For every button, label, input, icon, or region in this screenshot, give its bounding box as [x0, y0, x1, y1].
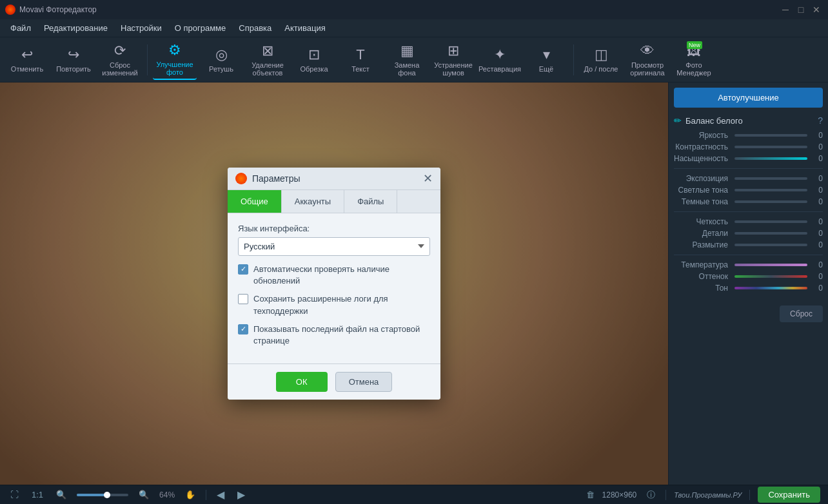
- title-bar: Movavi Фоторедактор ─ □ ✕: [0, 0, 828, 19]
- zoom-fill: [77, 494, 105, 496]
- dialog-footer: ОК Отмена: [228, 363, 440, 400]
- image-dimensions: 1280×960: [602, 490, 637, 499]
- redo-button[interactable]: ↪ Повторить: [52, 40, 95, 80]
- tab-general[interactable]: Общие: [228, 190, 282, 213]
- text-button[interactable]: T Текст: [339, 40, 382, 80]
- slider-details-track[interactable]: [734, 232, 807, 235]
- slider-clarity: Четкость 0: [674, 217, 823, 226]
- maximize-button[interactable]: □: [794, 3, 807, 16]
- language-label: Язык интерфейса:: [238, 224, 430, 233]
- close-button[interactable]: ✕: [810, 3, 823, 16]
- auto-enhance-button[interactable]: Автоулучшение: [674, 88, 823, 108]
- denoise-button[interactable]: ⊞ Устранение шумов: [431, 40, 475, 80]
- slider-exposure-value: 0: [810, 174, 823, 183]
- slider-blur-track[interactable]: [734, 244, 807, 246]
- manager-button[interactable]: 🖼 New Фото Менеджер: [672, 40, 716, 80]
- reset-adjustments-button[interactable]: Сброс: [780, 305, 823, 322]
- menu-about[interactable]: О программе: [170, 21, 232, 35]
- slider-contrast-track[interactable]: [734, 146, 807, 148]
- window-controls[interactable]: ─ □ ✕: [779, 3, 823, 16]
- zoom-out-button[interactable]: 🔍: [54, 489, 69, 501]
- watermark: Твои.Программы.РУ: [674, 491, 742, 499]
- menu-settings[interactable]: Настройки: [115, 21, 167, 35]
- slider-tint: Оттенок 0: [674, 272, 823, 281]
- menu-edit[interactable]: Редактирование: [39, 21, 113, 35]
- slider-saturation-value: 0: [810, 154, 823, 163]
- text-icon: T: [356, 46, 364, 63]
- enhance-icon: ⚙: [168, 42, 181, 59]
- menu-bar: Файл Редактирование Настройки О программ…: [0, 19, 828, 37]
- replace-bg-button[interactable]: ▦ Замена фона: [385, 40, 429, 80]
- cancel-button[interactable]: Отмена: [335, 372, 393, 392]
- more-icon: ▾: [543, 46, 550, 63]
- restore-button[interactable]: ✦ Реставрация: [478, 40, 522, 80]
- slider-shadows-track[interactable]: [734, 200, 807, 203]
- toolbar-divider-1: [147, 44, 148, 75]
- zoom-1-1-button[interactable]: 1:1: [29, 489, 46, 501]
- slider-temperature: Температура 0: [674, 260, 823, 269]
- info-button[interactable]: ⓘ: [644, 488, 658, 502]
- slider-temperature-track[interactable]: [734, 264, 807, 266]
- help-icon[interactable]: ?: [818, 115, 823, 126]
- checkbox-row-2: Сохранить расширенные логи для техподдер…: [238, 293, 430, 316]
- status-divider-1: [206, 490, 206, 500]
- slider-exposure-track[interactable]: [734, 177, 807, 180]
- settings-dialog: Параметры ✕ Общие Аккаунты Файлы Язык ин…: [228, 168, 440, 400]
- status-bar: ⛶ 1:1 🔍 🔍 64% ✋ ◀ ▶ 🗑 1280×960 ⓘ Твои.Пр…: [0, 485, 828, 504]
- zoom-in-button[interactable]: 🔍: [136, 489, 152, 501]
- original-button[interactable]: 👁 Просмотр оригинала: [626, 40, 669, 80]
- tab-files[interactable]: Файлы: [344, 190, 397, 213]
- checkbox-logs[interactable]: [238, 294, 248, 304]
- slider-tint-track[interactable]: [734, 275, 807, 278]
- slider-brightness-track[interactable]: [734, 134, 807, 137]
- checkbox-label-recent: Показывать последний файл на стартовой с…: [253, 324, 430, 347]
- fullscreen-button[interactable]: ⛶: [8, 489, 21, 501]
- app-title: Movavi Фоторедактор: [19, 5, 97, 14]
- slider-temperature-label: Температура: [674, 260, 732, 269]
- prev-image-button[interactable]: ◀: [214, 486, 227, 503]
- dialog-close-button[interactable]: ✕: [423, 173, 433, 184]
- next-image-button[interactable]: ▶: [235, 486, 248, 503]
- zoom-thumb: [104, 492, 110, 498]
- language-select[interactable]: Русский English Deutsch: [238, 237, 430, 256]
- hand-tool-button[interactable]: ✋: [182, 489, 198, 501]
- slider-tone-track[interactable]: [734, 287, 807, 289]
- crop-button[interactable]: ⊡ Обрезка: [292, 40, 336, 80]
- zoom-slider[interactable]: [77, 494, 128, 496]
- dialog-title-bar: Параметры ✕: [228, 168, 440, 190]
- save-button[interactable]: Сохранить: [758, 487, 820, 503]
- slider-saturation-track[interactable]: [734, 157, 807, 160]
- reset-icon: ⟳: [114, 43, 126, 59]
- check-icon-1: ✓: [241, 265, 246, 273]
- slider-highlights-track[interactable]: [734, 189, 807, 191]
- checkbox-updates[interactable]: ✓: [238, 264, 248, 275]
- slider-shadows: Темные тона 0: [674, 197, 823, 206]
- checkbox-label-updates: Автоматически проверять наличие обновлен…: [253, 264, 430, 287]
- slider-clarity-track[interactable]: [734, 220, 807, 223]
- reset-button[interactable]: ⟳ Сброс изменений: [98, 40, 142, 80]
- slider-tone: Тон 0: [674, 284, 823, 293]
- undo-button[interactable]: ↩ Отменить: [5, 40, 49, 80]
- menu-activate[interactable]: Активация: [279, 21, 330, 35]
- delete-button[interactable]: 🗑: [586, 490, 595, 499]
- dialog-overlay: Параметры ✕ Общие Аккаунты Файлы Язык ин…: [0, 82, 668, 485]
- retouch-button[interactable]: ◎ Ретушь: [199, 40, 243, 80]
- minimize-button[interactable]: ─: [779, 3, 792, 16]
- tab-accounts[interactable]: Аккаунты: [282, 190, 344, 213]
- slider-highlights-label: Светлые тона: [674, 186, 732, 195]
- redo-icon: ↪: [68, 46, 79, 63]
- checkbox-label-logs: Сохранить расширенные логи для техподдер…: [253, 293, 430, 316]
- slider-blur: Размытие 0: [674, 240, 823, 249]
- panel-divider-1: [674, 168, 823, 169]
- remove-objects-button[interactable]: ⊠ Удаление объектов: [246, 40, 290, 80]
- more-button[interactable]: ▾ Ещё: [524, 40, 568, 80]
- menu-help[interactable]: Справка: [233, 21, 277, 35]
- original-icon: 👁: [640, 43, 655, 59]
- ok-button[interactable]: ОК: [276, 372, 328, 392]
- checkbox-recent[interactable]: ✓: [238, 324, 248, 334]
- before-after-button[interactable]: ◫ До / после: [579, 40, 623, 80]
- slider-exposure-label: Экспозиция: [674, 174, 732, 183]
- menu-file[interactable]: Файл: [5, 21, 36, 35]
- enhance-button[interactable]: ⚙ Улучшение фото: [153, 40, 197, 80]
- white-balance-header: ✏ Баланс белого ?: [674, 115, 823, 126]
